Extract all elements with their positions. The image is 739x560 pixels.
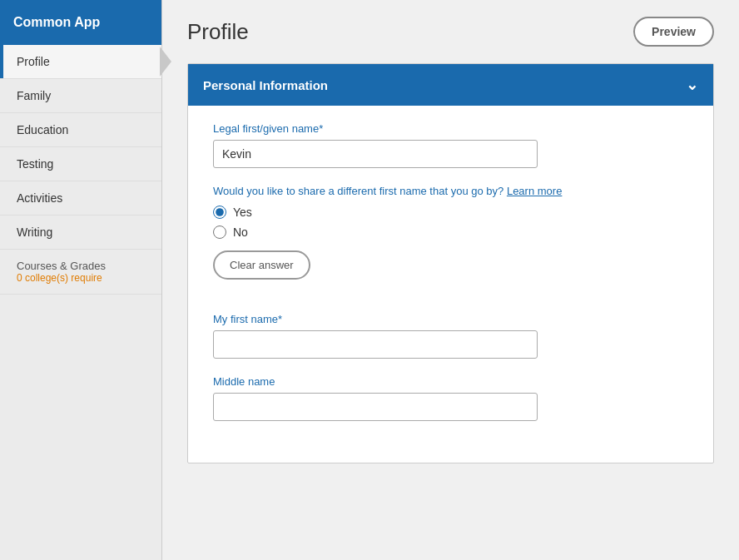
sidebar-sublabel-courses-grades: 0 college(s) require [17,272,148,284]
sidebar-label-profile: Profile [17,55,50,68]
preview-button[interactable]: Preview [633,17,714,47]
legal-first-name-label: Legal first/given name* [213,122,688,135]
no-label: No [233,225,248,239]
middle-name-label: Middle name [213,375,688,388]
sidebar-item-courses-grades[interactable]: Courses & Grades 0 college(s) require [0,250,161,295]
my-first-name-input[interactable] [213,330,538,359]
page-header: Profile Preview [187,17,714,47]
share-different-name-question: Would you like to share a different firs… [213,185,688,197]
clear-answer-button[interactable]: Clear answer [213,250,310,280]
sidebar-item-family[interactable]: Family [0,79,161,113]
sidebar-item-education[interactable]: Education [0,113,161,147]
section-body: Legal first/given name* Would you like t… [188,106,713,463]
sidebar-item-activities[interactable]: Activities [0,181,161,216]
sidebar-item-profile[interactable]: Profile [0,45,161,79]
page-title: Profile [187,19,249,45]
no-option[interactable]: No [213,225,688,239]
legal-first-name-input[interactable] [213,140,538,168]
sidebar-label-courses-grades: Courses & Grades [17,260,106,272]
sidebar-item-testing[interactable]: Testing [0,147,161,181]
chevron-down-icon: ⌄ [686,76,698,94]
sidebar-label-testing: Testing [17,157,53,171]
sidebar: Common App Profile Family Education Test… [0,0,162,560]
sidebar-label-education: Education [17,123,68,136]
my-first-name-label: My first name* [213,313,688,325]
no-radio[interactable] [213,225,226,239]
sidebar-label-family: Family [17,89,51,102]
sidebar-item-writing[interactable]: Writing [0,216,161,250]
section-header[interactable]: Personal Information ⌄ [188,64,713,106]
middle-name-input[interactable] [213,393,538,421]
app-name-label: Common App [13,15,100,29]
section-header-label: Personal Information [203,78,328,92]
learn-more-link[interactable]: Learn more [507,185,562,197]
app-name: Common App [0,0,161,45]
main-content: Profile Preview Personal Information ⌄ L… [162,0,739,560]
legal-first-name-group: Legal first/given name* [213,122,688,168]
sidebar-label-writing: Writing [17,225,52,239]
middle-name-group: Middle name [213,375,688,421]
yes-radio[interactable] [213,206,226,219]
yes-no-radio-group: Yes No [213,206,688,239]
yes-label: Yes [233,206,252,219]
share-different-name-group: Would you like to share a different firs… [213,185,688,296]
my-first-name-group: My first name* [213,313,688,359]
sidebar-label-activities: Activities [17,191,62,205]
yes-option[interactable]: Yes [213,206,688,219]
personal-information-panel: Personal Information ⌄ Legal first/given… [187,63,714,463]
